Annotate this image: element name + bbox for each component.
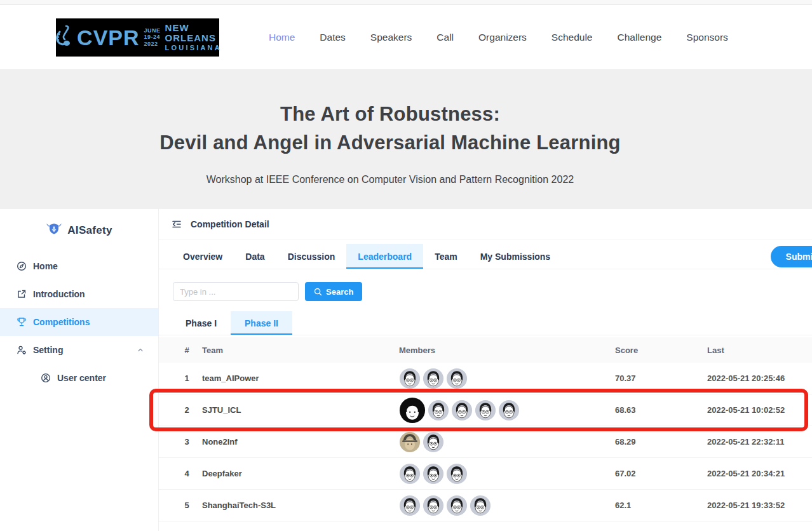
user-circle-icon: [41, 373, 51, 383]
column-header-team: Team: [202, 346, 393, 355]
sidebar-item-setting[interactable]: Setting: [0, 336, 158, 364]
sidebar-item-label: Introduction: [33, 289, 85, 299]
phase-tab-bar: Phase IPhase II: [159, 311, 812, 335]
member-avatar-gray: [428, 400, 449, 421]
search-icon: [314, 288, 322, 296]
members-cell: [393, 431, 602, 453]
table-row: 3None2Inf68.292022-05-21 22:32:11: [159, 426, 812, 458]
tab-bar: OverviewDataDiscussionLeaderboardTeamMy …: [159, 244, 812, 269]
nav-link-challenge[interactable]: Challenge: [618, 32, 662, 43]
nav-link-sponsors[interactable]: Sponsors: [686, 32, 727, 43]
member-avatar-gray: [423, 463, 444, 485]
rank-cell: 2: [172, 405, 202, 415]
sidebar-item-label: Setting: [33, 345, 63, 355]
sidebar-item-user-center[interactable]: User center: [0, 364, 158, 392]
table-row: 5ShanghaiTech-S3L62.12022-05-21 19:33:52: [159, 490, 812, 521]
tab-discussion[interactable]: Discussion: [276, 244, 347, 269]
sidebar-item-competitions[interactable]: Competitions: [0, 308, 158, 336]
sidebar-item-home[interactable]: Home: [0, 252, 158, 280]
saxophone-icon: [53, 24, 72, 51]
members-cell: [393, 397, 602, 424]
last-submission-time: 2022-05-21 20:25:46: [694, 373, 812, 383]
nav-link-speakers[interactable]: Speakers: [370, 32, 412, 43]
hero-banner: The Art of Robustness: Devil and Angel i…: [0, 69, 812, 209]
score-cell: 68.29: [602, 437, 694, 447]
sidebar-item-label: User center: [57, 373, 106, 383]
sidebar-item-label: Competitions: [33, 317, 90, 327]
logo-dates: JUNE 19-24 2022: [144, 27, 161, 47]
column-header-rank: #: [172, 346, 202, 355]
team-name: SJTU_ICL: [202, 405, 393, 415]
search-row: Search: [173, 282, 812, 301]
tab-leaderboard[interactable]: Leaderboard: [346, 244, 423, 269]
external-link-icon: [17, 289, 27, 299]
tab-data[interactable]: Data: [234, 244, 276, 269]
member-avatar-gray: [446, 368, 468, 389]
trophy-icon: [17, 317, 27, 327]
table-body: 1team_AIPower70.372022-05-21 20:25:462SJ…: [159, 363, 812, 521]
member-avatar-gray: [498, 400, 520, 421]
member-avatar-gray: [446, 495, 468, 516]
score-cell: 68.63: [602, 405, 694, 415]
table-row: 2SJTU_ICL68.632022-05-21 10:02:52: [159, 394, 812, 426]
search-button[interactable]: Search: [305, 282, 362, 301]
nav-link-call[interactable]: Call: [436, 32, 454, 43]
rank-cell: 3: [172, 437, 202, 447]
member-avatar-gray: [423, 431, 444, 453]
column-header-members: Members: [393, 346, 602, 355]
member-avatar-gray: [399, 368, 421, 389]
nav-link-organizers[interactable]: Organizers: [478, 32, 527, 43]
table-row: 1team_AIPower70.372022-05-21 20:25:46: [159, 363, 812, 394]
rank-cell: 1: [172, 373, 202, 383]
submit-button[interactable]: Submit: [771, 246, 812, 267]
nav-link-home[interactable]: Home: [269, 32, 295, 43]
last-submission-time: 2022-05-21 20:34:21: [694, 469, 812, 478]
members-cell: [393, 463, 602, 485]
column-header-score: Score: [602, 346, 694, 355]
members-cell: [393, 368, 602, 389]
brand-label: AISafety: [67, 224, 112, 237]
member-avatar-gray: [475, 400, 496, 421]
breadcrumb: Competition Detail: [159, 209, 812, 239]
competition-panel: Competition Detail OverviewDataDiscussio…: [159, 209, 812, 531]
member-avatar-tan-hat: [399, 431, 421, 453]
member-avatar-gray: [470, 495, 491, 516]
member-avatar-gray: [399, 495, 421, 516]
main-nav: HomeDatesSpeakersCallOrganizersScheduleC…: [269, 32, 728, 43]
score-cell: 62.1: [602, 501, 694, 510]
member-avatar-gray: [423, 495, 444, 516]
nav-link-dates[interactable]: Dates: [320, 32, 346, 43]
top-strip: [0, 0, 812, 5]
tab-team[interactable]: Team: [423, 244, 469, 269]
member-avatar-gray: [446, 463, 468, 485]
sidebar-item-introduction[interactable]: Introduction: [0, 280, 158, 308]
score-cell: 67.02: [602, 469, 694, 478]
member-avatar-gray: [399, 463, 421, 485]
team-name: team_AIPower: [202, 373, 393, 383]
column-header-last: Last: [694, 346, 812, 355]
tab-my-submissions[interactable]: My Submissions: [469, 244, 562, 269]
page-title: Competition Detail: [191, 219, 269, 229]
sidebar: AISafety HomeIntroductionCompetitionsSet…: [0, 209, 159, 531]
workshop-subtitle: Workshop at IEEE Conference on Computer …: [0, 174, 780, 185]
logo-acronym: CVPR: [77, 27, 139, 48]
compass-icon: [17, 261, 27, 271]
chevron-up-icon: [137, 346, 144, 354]
cvpr-logo[interactable]: CVPR JUNE 19-24 2022 NEW ORLEANS LOUISIA…: [56, 18, 219, 57]
last-submission-time: 2022-05-21 19:33:52: [694, 501, 812, 510]
sidebar-item-label: Home: [33, 261, 58, 271]
member-avatar-gray: [451, 400, 473, 421]
nav-link-schedule[interactable]: Schedule: [551, 32, 593, 43]
team-name: None2Inf: [202, 437, 393, 447]
member-avatar-gray: [423, 368, 444, 389]
table-row: 4Deepfaker67.022022-05-21 20:34:21: [159, 458, 812, 490]
member-avatar-dark-large: [399, 397, 426, 424]
score-cell: 70.37: [602, 373, 694, 383]
last-submission-time: 2022-05-21 22:32:11: [694, 437, 812, 447]
search-input[interactable]: [173, 282, 299, 301]
phase-tab-phase-ii[interactable]: Phase II: [231, 311, 292, 335]
user-gear-icon: [17, 345, 27, 355]
tab-overview[interactable]: Overview: [172, 244, 234, 269]
phase-tab-phase-i[interactable]: Phase I: [172, 311, 231, 335]
menu-fold-icon[interactable]: [172, 219, 182, 229]
